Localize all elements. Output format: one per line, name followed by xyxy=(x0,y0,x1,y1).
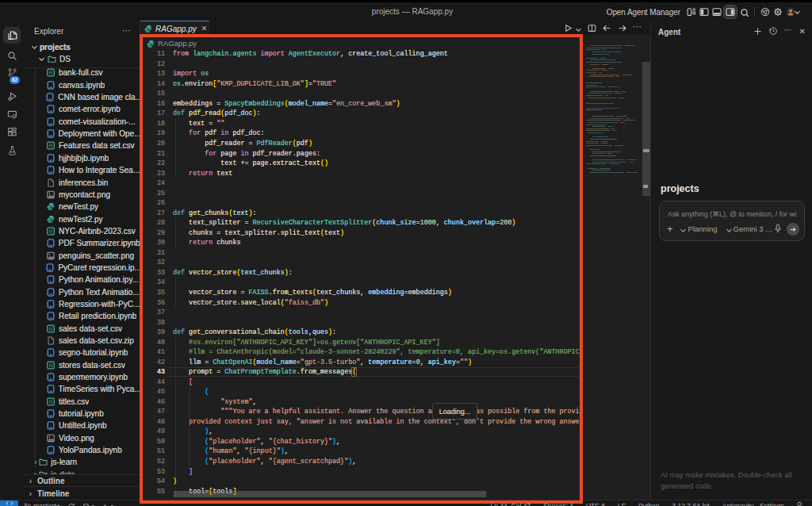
svg-text:0: 0 xyxy=(110,503,114,506)
svg-text:0: 0 xyxy=(91,503,95,506)
